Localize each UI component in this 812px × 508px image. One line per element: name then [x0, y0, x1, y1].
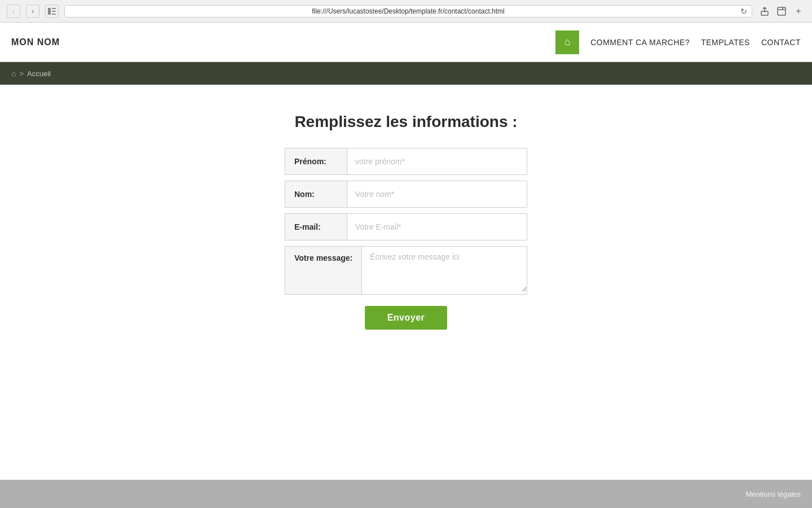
- nav-item-templates[interactable]: TEMPLATES: [701, 38, 750, 47]
- nav-item-comment[interactable]: COMMENT CA MARCHE?: [590, 38, 690, 47]
- input-nom[interactable]: [347, 181, 527, 207]
- form-row-message: Votre message:: [285, 246, 527, 295]
- form-title: Remplissez les informations :: [294, 113, 517, 131]
- add-tab-button[interactable]: +: [792, 5, 805, 18]
- svg-rect-1: [52, 8, 56, 9]
- page-wrapper: MON NOM ⌂ COMMENT CA MARCHE? TEMPLATES C…: [0, 23, 812, 508]
- browser-actions: +: [758, 5, 805, 18]
- input-prenom[interactable]: [347, 148, 527, 174]
- share-button[interactable]: [758, 5, 771, 18]
- new-tab-button[interactable]: [775, 5, 788, 18]
- input-message[interactable]: [362, 247, 527, 292]
- form-row-email: E-mail:: [285, 213, 527, 240]
- input-cell-nom: [347, 181, 527, 207]
- svg-rect-2: [52, 11, 56, 12]
- url-text: file:///Users/lucastostee/Desktop/templa…: [312, 7, 504, 15]
- brand-name: MON NOM: [11, 37, 60, 47]
- home-button[interactable]: ⌂: [555, 30, 579, 54]
- contact-form: Prénom: Nom: E-mail: Vo: [285, 148, 527, 330]
- navbar: MON NOM ⌂ COMMENT CA MARCHE? TEMPLATES C…: [0, 23, 812, 62]
- svg-rect-0: [48, 8, 51, 15]
- form-row-nom: Nom:: [285, 181, 527, 208]
- nav-links: ⌂ COMMENT CA MARCHE? TEMPLATES CONTACT: [555, 30, 801, 54]
- breadcrumb-separator: >: [19, 69, 24, 78]
- footer: Mentions légales: [0, 480, 812, 508]
- submit-row: Envoyer: [285, 306, 527, 330]
- input-cell-prenom: [347, 148, 527, 174]
- sidebar-toggle-button[interactable]: [45, 5, 59, 18]
- input-email[interactable]: [347, 214, 527, 240]
- label-message: Votre message:: [285, 247, 362, 294]
- label-prenom: Prénom:: [285, 148, 347, 174]
- submit-button[interactable]: Envoyer: [365, 306, 448, 330]
- svg-rect-6: [778, 7, 785, 15]
- home-icon: ⌂: [564, 36, 571, 48]
- browser-chrome: ‹ › file:///Users/lucastostee/Desktop/te…: [0, 0, 812, 23]
- input-cell-email: [347, 214, 527, 240]
- url-bar[interactable]: file:///Users/lucastostee/Desktop/templa…: [64, 5, 752, 17]
- breadcrumb-current: Accueil: [27, 69, 51, 78]
- label-email: E-mail:: [285, 214, 347, 240]
- main-content: Remplissez les informations : Prénom: No…: [0, 85, 812, 480]
- nav-item-contact[interactable]: CONTACT: [761, 38, 801, 47]
- mentions-legales-link[interactable]: Mentions légales: [745, 490, 801, 498]
- back-button[interactable]: ‹: [7, 5, 20, 18]
- label-nom: Nom:: [285, 181, 347, 207]
- reload-button[interactable]: ↻: [740, 7, 747, 16]
- breadcrumb-bar: ⌂ > Accueil: [0, 62, 812, 85]
- breadcrumb-home-icon: ⌂: [11, 69, 16, 78]
- textarea-cell-message: [362, 247, 527, 294]
- svg-rect-3: [52, 14, 56, 15]
- form-row-prenom: Prénom:: [285, 148, 527, 175]
- forward-button[interactable]: ›: [26, 5, 39, 18]
